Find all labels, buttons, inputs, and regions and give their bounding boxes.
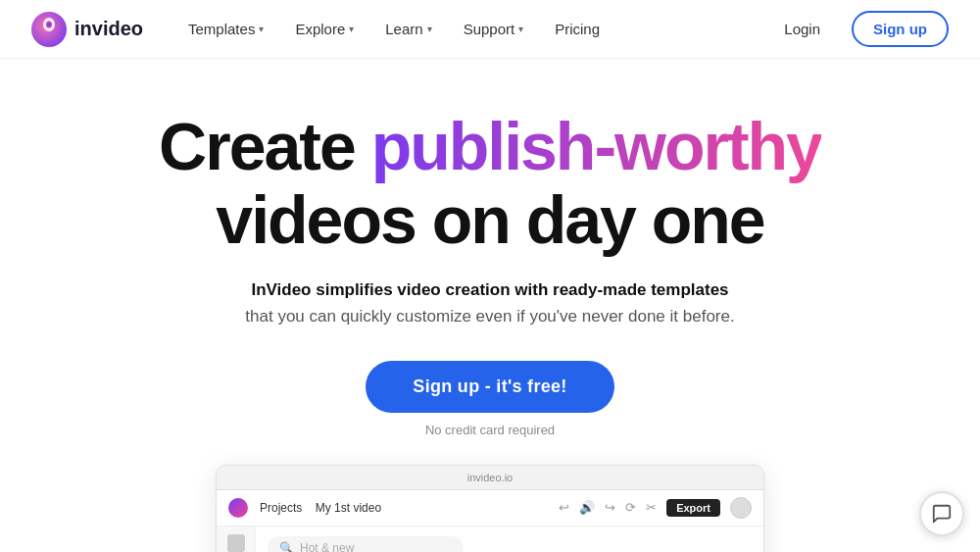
nav-item-templates[interactable]: Templates ▾ — [174, 13, 277, 45]
brand-name: invideo — [74, 18, 143, 40]
nav-label-templates: Templates — [188, 21, 255, 37]
hero-subtitle-plain: that you can quickly customize even if y… — [245, 307, 734, 326]
export-button[interactable]: Export — [666, 499, 720, 517]
cta-signup-button[interactable]: Sign up - it's free! — [366, 361, 613, 413]
app-logo-icon — [228, 498, 248, 518]
signup-button[interactable]: Sign up — [852, 11, 949, 47]
browser-mock: invideo.io Projects My 1st video ↩ 🔊 ↪ ⟳… — [216, 465, 764, 552]
left-panel — [217, 527, 256, 552]
hero-title-rest: videos on day one — [216, 182, 763, 257]
hero-section: Create publish-worthy videos on day one … — [0, 59, 980, 437]
volume-icon[interactable]: 🔊 — [579, 500, 595, 515]
redo-icon[interactable]: ↪ — [605, 500, 615, 515]
chevron-down-icon: ▾ — [427, 24, 432, 34]
hero-title-plain: Create — [159, 109, 371, 183]
chevron-down-icon: ▾ — [259, 24, 264, 34]
browser-bar: invideo.io — [217, 466, 763, 490]
chevron-down-icon: ▾ — [349, 24, 354, 34]
scissors-icon[interactable]: ✂ — [646, 500, 657, 515]
nav-item-learn[interactable]: Learn ▾ — [371, 13, 445, 45]
hero-subtitle: InVideo simplifies video creation with r… — [245, 276, 734, 329]
search-placeholder: Hot & new — [300, 541, 354, 552]
nav-links: Templates ▾ Explore ▾ Learn ▾ Support ▾ … — [174, 13, 768, 45]
hero-title-highlight: publish-worthy — [371, 109, 821, 183]
hero-subtitle-strong: InVideo simplifies video creation with r… — [251, 280, 728, 299]
chat-icon — [931, 503, 953, 525]
logo-area[interactable]: invideo — [31, 12, 143, 47]
nav-label-pricing: Pricing — [555, 21, 600, 37]
app-preview: invideo.io Projects My 1st video ↩ 🔊 ↪ ⟳… — [0, 465, 980, 552]
nav-item-explore[interactable]: Explore ▾ — [281, 13, 368, 45]
app-toolbar: Projects My 1st video ↩ 🔊 ↪ ⟳ ✂ Export — [217, 490, 763, 527]
breadcrumb: Projects My 1st video — [260, 501, 381, 515]
search-icon: 🔍 — [279, 541, 294, 552]
nav-label-explore: Explore — [295, 21, 345, 37]
chevron-down-icon: ▾ — [518, 24, 523, 34]
panel-icon[interactable] — [227, 534, 245, 552]
right-panel: 🔍 Hot & new — [256, 527, 763, 552]
nav-item-pricing[interactable]: Pricing — [541, 13, 613, 45]
no-credit-label: No credit card required — [425, 423, 555, 437]
chat-bubble-button[interactable] — [919, 491, 964, 536]
breadcrumb-video: My 1st video — [316, 501, 381, 515]
history-icon[interactable]: ⟳ — [625, 500, 636, 515]
logo-icon — [31, 12, 67, 47]
login-button[interactable]: Login — [768, 13, 836, 45]
nav-right: Login Sign up — [768, 11, 949, 47]
hero-title: Create publish-worthy videos on day one — [159, 110, 821, 257]
user-avatar[interactable] — [730, 497, 752, 519]
nav-item-support[interactable]: Support ▾ — [450, 13, 538, 45]
toolbar-icons: ↩ 🔊 ↪ ⟳ ✂ Export — [559, 497, 752, 519]
nav-label-support: Support — [464, 21, 515, 37]
app-content: 🔍 Hot & new — [217, 527, 763, 552]
undo-icon[interactable]: ↩ — [559, 500, 569, 515]
svg-point-2 — [46, 21, 52, 27]
navbar: invideo Templates ▾ Explore ▾ Learn ▾ Su… — [0, 0, 980, 59]
nav-label-learn: Learn — [385, 21, 422, 37]
breadcrumb-projects: Projects — [260, 501, 302, 515]
search-bar[interactable]: 🔍 Hot & new — [268, 536, 464, 552]
browser-url: invideo.io — [467, 472, 513, 483]
